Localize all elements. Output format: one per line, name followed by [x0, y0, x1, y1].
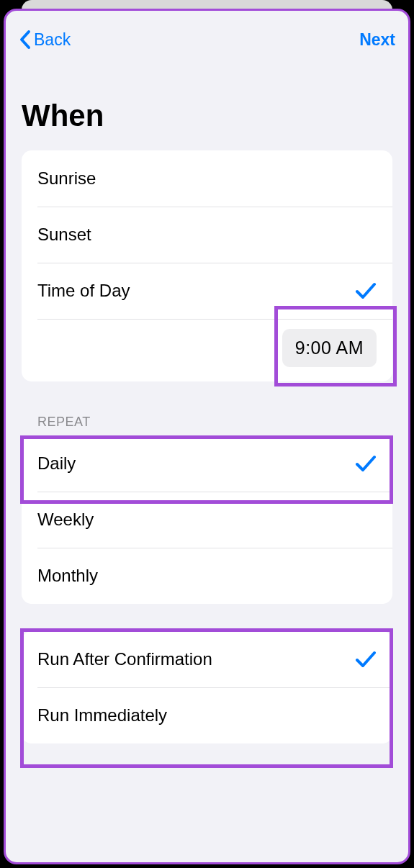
option-label: Sunrise [37, 168, 96, 189]
checkmark-icon [355, 650, 377, 669]
page-title: When [22, 99, 392, 133]
when-option-sunrise[interactable]: Sunrise [22, 150, 392, 207]
settings-sheet: Back Next When Sunrise Sunset Time of Da… [4, 9, 410, 864]
back-label: Back [34, 30, 71, 50]
repeat-section: Daily Weekly Monthly [22, 435, 392, 604]
back-button[interactable]: Back [19, 30, 71, 50]
repeat-option-monthly[interactable]: Monthly [22, 548, 392, 604]
run-option-immediately[interactable]: Run Immediately [22, 687, 392, 743]
checkmark-icon [355, 281, 377, 300]
repeat-option-daily[interactable]: Daily [22, 435, 392, 492]
time-value: 9:00 AM [295, 338, 364, 358]
next-button[interactable]: Next [359, 30, 395, 50]
option-label: Weekly [37, 510, 94, 530]
next-label: Next [359, 30, 395, 49]
navigation-bar: Back Next [6, 11, 408, 68]
run-option-after-confirmation[interactable]: Run After Confirmation [22, 631, 392, 687]
time-picker-button[interactable]: 9:00 AM [282, 329, 377, 367]
chevron-left-icon [19, 30, 31, 50]
option-label: Run Immediately [37, 705, 167, 725]
run-mode-section: Run After Confirmation Run Immediately [22, 631, 392, 743]
when-section: Sunrise Sunset Time of Day 9:00 AM [22, 150, 392, 381]
option-label: Time of Day [37, 281, 130, 301]
when-option-time-of-day[interactable]: Time of Day [22, 263, 392, 319]
option-label: Monthly [37, 566, 98, 586]
time-value-row: 9:00 AM [22, 319, 392, 381]
option-label: Sunset [37, 225, 91, 245]
option-label: Daily [37, 453, 76, 474]
repeat-header: REPEAT [37, 415, 392, 430]
option-label: Run After Confirmation [37, 649, 212, 669]
content-area: When Sunrise Sunset Time of Day 9:00 AM [6, 68, 408, 743]
checkmark-icon [355, 454, 377, 473]
when-option-sunset[interactable]: Sunset [22, 207, 392, 263]
repeat-option-weekly[interactable]: Weekly [22, 492, 392, 548]
